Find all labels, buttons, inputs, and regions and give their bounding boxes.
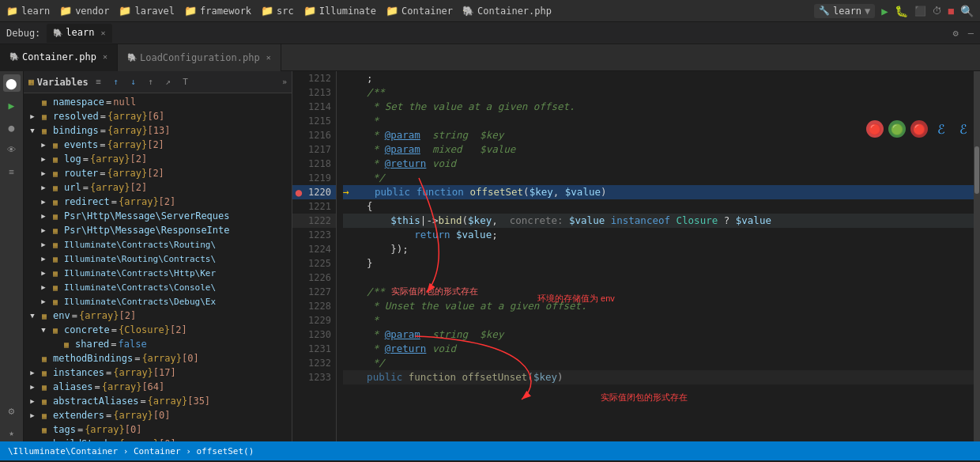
tree-item-redirect[interactable]: ▶ ▦ redirect = {array} [2] <box>24 195 292 209</box>
tree-item-count: [17] <box>153 367 176 378</box>
tree-item-count: [0] <box>182 353 199 364</box>
linenum-1224: 1224 <box>305 242 336 256</box>
browser-icon-opera[interactable]: 🔴 <box>910 120 928 138</box>
var-toolbar-btn-6[interactable]: T <box>179 75 193 89</box>
tree-item-bindings[interactable]: ▼ ▦ bindings = {array} [13] <box>24 123 292 138</box>
var-toolbar-btn-1[interactable]: ≡ <box>92 75 106 89</box>
tree-item-concrete[interactable]: ▼ ▦ concrete = {Closure} [2] <box>24 323 292 337</box>
editor-tab-container[interactable]: 🐘 Container.php ✕ <box>0 44 118 71</box>
expand-panel-btn[interactable]: » <box>282 78 287 86</box>
tree-item-value: false <box>119 339 147 350</box>
tree-toggle: ▼ <box>38 326 49 334</box>
linenum-1220: 1220 <box>305 185 336 199</box>
tree-item-instances[interactable]: ▶ ▦ instances = {array} [17] <box>24 365 292 380</box>
line-row-1227: 1227 <box>292 285 336 299</box>
tree-item-aliases[interactable]: ▶ ▦ aliases = {array} [64] <box>24 380 292 394</box>
code-line-1220: → public function offsetSet ( $key , $va… <box>343 185 974 199</box>
tree-item-illuminate-console[interactable]: ▶ ▦ Illuminate\Contracts\Console\ <box>24 280 292 294</box>
sidebar-icon-bookmark[interactable]: ★ <box>3 424 21 441</box>
top-menu-vendor[interactable]: 📁 vendor <box>59 5 109 17</box>
top-menu-illuminate[interactable]: 📁 Illuminate <box>303 5 376 17</box>
editor-tab-loadconfig[interactable]: 🐘 LoadConfiguration.php ✕ <box>118 44 281 71</box>
minimize-icon[interactable]: – <box>968 28 974 39</box>
tree-item-count: [2] <box>170 324 187 335</box>
top-menu-framework[interactable]: 📁 framework <box>184 5 251 17</box>
tree-item-psr-response[interactable]: ▶ ▦ Psr\Http\Message\ResponseInte <box>24 223 292 237</box>
linenum-1219: 1219 <box>305 171 336 185</box>
tree-item-illuminate-http[interactable]: ▶ ▦ Illuminate\Contracts\Http\Ker <box>24 266 292 280</box>
tree-item-illuminate-routing2[interactable]: ▶ ▦ Illuminate\Routing\Contracts\ <box>24 252 292 266</box>
tree-item-name: log <box>64 153 81 165</box>
scrollbar-thumb[interactable] <box>974 146 979 194</box>
line-row-1212: 1212 <box>292 71 336 85</box>
run-config[interactable]: 🔧 learn ▼ <box>814 4 875 18</box>
stop-button[interactable]: ■ <box>948 6 954 17</box>
tree-item-illuminate-debug[interactable]: ▶ ▦ Illuminate\Contracts\Debug\Ex <box>24 294 292 309</box>
debug-tab-label: learn <box>66 27 94 38</box>
code-line-1223: return $value ; <box>343 228 974 242</box>
browser-icon-firefox[interactable]: 🔴 <box>866 120 884 138</box>
tree-item-resolved[interactable]: ▶ ▦ resolved = {array} [6] <box>24 109 292 123</box>
vertical-scrollbar[interactable] <box>974 71 980 441</box>
tree-item-abstractaliases[interactable]: ▶ ▦ abstractAliases = {array} [35] <box>24 394 292 408</box>
browser-icon-safari[interactable]: ℰ <box>933 120 950 138</box>
tree-item-name: Illuminate\Contracts\Routing\ <box>64 240 216 250</box>
search-button[interactable]: 🔍 <box>960 5 974 17</box>
var-toolbar-btn-2[interactable]: ↑ <box>109 75 123 89</box>
var-toolbar-btn-4[interactable]: ↑ <box>144 75 158 89</box>
browser-icon-chrome[interactable]: 🟢 <box>888 120 906 138</box>
tree-item-extenders[interactable]: ▶ ▦ extenders = {array} [0] <box>24 408 292 422</box>
loadconfig-tab-close[interactable]: ✕ <box>266 53 271 62</box>
sidebar-icon-watches[interactable]: 👁 <box>3 141 21 158</box>
tree-item-router[interactable]: ▶ ▦ router = {array} [2] <box>24 166 292 180</box>
tree-item-illuminate-routing[interactable]: ▶ ▦ Illuminate\Contracts\Routing\ <box>24 237 292 252</box>
tree-toggle: ▶ <box>38 155 49 163</box>
debug-button[interactable]: 🐛 <box>895 5 908 17</box>
coverage-button[interactable]: ⬛ <box>914 6 926 17</box>
tree-item-env[interactable]: ▼ ▦ env = {array} [2] <box>24 309 292 323</box>
sidebar-icon-run[interactable]: ▶ <box>3 97 21 114</box>
sidebar-icon-breakpoints[interactable]: ● <box>3 119 21 136</box>
tree-item-name: tags <box>53 424 76 435</box>
container-tab-close[interactable]: ✕ <box>103 52 107 61</box>
tree-item-url[interactable]: ▶ ▦ url = {array} [2] <box>24 180 292 195</box>
tree-toggle: ▶ <box>38 269 49 277</box>
tree-item-name: resolved <box>53 111 99 122</box>
browser-icon-edge[interactable]: ℰ <box>955 120 972 138</box>
tree-item-psr-server[interactable]: ▶ ▦ Psr\Http\Message\ServerReques <box>24 209 292 223</box>
linenum-1215: 1215 <box>305 114 336 128</box>
tree-item-shared[interactable]: ▦ shared = false <box>24 337 292 351</box>
tree-item-name: Illuminate\Contracts\Http\Ker <box>64 268 216 278</box>
grid-icon: ▦ <box>28 77 34 87</box>
tree-icon: ▦ <box>49 211 62 221</box>
top-menu-laravel[interactable]: 📁 laravel <box>119 5 175 17</box>
tree-item-tags[interactable]: ▦ tags = {array} [0] <box>24 422 292 437</box>
tree-item-log[interactable]: ▶ ▦ log = {array} [2] <box>24 152 292 166</box>
top-menu-src[interactable]: 📁 src <box>261 5 294 17</box>
sidebar-icon-settings[interactable]: ⚙ <box>3 402 21 419</box>
top-menu-container-dir[interactable]: 📁 Container <box>386 5 453 17</box>
tree-item-events[interactable]: ▶ ▦ events = {array} [2] <box>24 138 292 152</box>
top-menu-container-php[interactable]: 🐘 Container.php <box>462 6 552 17</box>
sidebar-icon-debug[interactable]: ⬤ <box>3 74 21 92</box>
tree-item-name: Psr\Http\Message\ServerReques <box>64 210 230 222</box>
tree-item-namespace[interactable]: ▦ namespace = null <box>24 95 292 109</box>
var-toolbar-btn-5[interactable]: ↗ <box>161 75 175 89</box>
debug-tab-learn[interactable]: 🐘 learn ✕ <box>47 24 111 43</box>
debug-tab-close[interactable]: ✕ <box>100 28 105 37</box>
var-toolbar-btn-3[interactable]: ↓ <box>126 75 141 89</box>
tree-toggle: ▶ <box>38 184 49 191</box>
line-row-1233: 1233 <box>292 370 336 384</box>
status-path-text: \Illuminate\Container › Container › offs… <box>8 446 254 456</box>
run-button[interactable]: ▶ <box>881 5 888 17</box>
tree-icon: ▦ <box>49 268 62 278</box>
linenum-1223: 1223 <box>305 228 336 242</box>
tree-item-count: [64] <box>141 381 164 392</box>
top-menu-learn[interactable]: 📁 learn <box>6 6 50 17</box>
settings-icon[interactable]: ⚙ <box>953 28 959 39</box>
linenum-1217: 1217 <box>305 142 336 157</box>
tree-item-methodbindings[interactable]: ▦ methodBindings = {array} [0] <box>24 351 292 365</box>
sidebar-icon-frames[interactable]: ≡ <box>3 163 21 180</box>
tree-item-name: concrete <box>64 324 110 335</box>
profile-button[interactable]: ⏱ <box>933 6 942 17</box>
